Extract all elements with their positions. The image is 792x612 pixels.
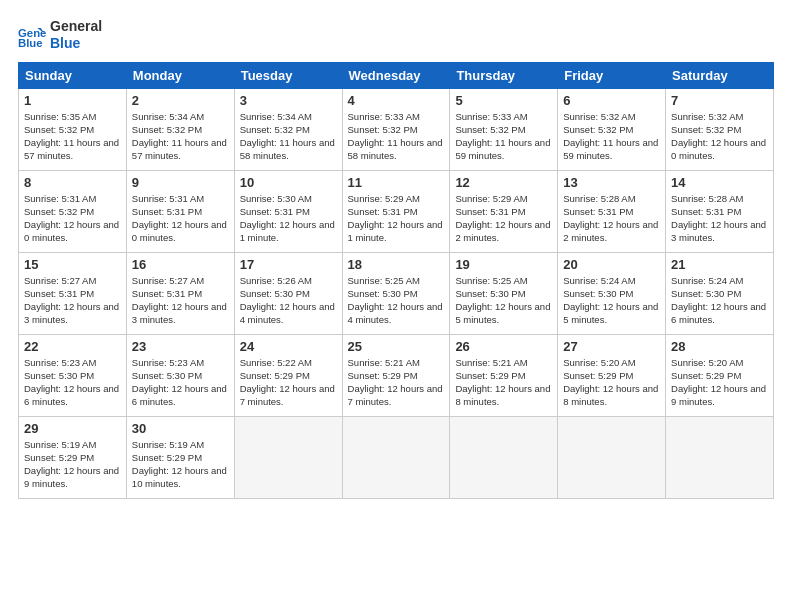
weekday-friday: Friday xyxy=(558,62,666,88)
cell-details: Sunrise: 5:32 AMSunset: 5:32 PMDaylight:… xyxy=(671,110,768,163)
calendar-cell xyxy=(234,416,342,498)
calendar-cell: 19Sunrise: 5:25 AMSunset: 5:30 PMDayligh… xyxy=(450,252,558,334)
cell-details: Sunrise: 5:20 AMSunset: 5:29 PMDaylight:… xyxy=(563,356,660,409)
cell-details: Sunrise: 5:28 AMSunset: 5:31 PMDaylight:… xyxy=(563,192,660,245)
calendar-cell xyxy=(342,416,450,498)
cell-details: Sunrise: 5:24 AMSunset: 5:30 PMDaylight:… xyxy=(671,274,768,327)
cell-details: Sunrise: 5:30 AMSunset: 5:31 PMDaylight:… xyxy=(240,192,337,245)
day-number: 15 xyxy=(24,257,121,272)
cell-details: Sunrise: 5:27 AMSunset: 5:31 PMDaylight:… xyxy=(24,274,121,327)
logo-icon: General Blue xyxy=(18,21,46,49)
cell-details: Sunrise: 5:33 AMSunset: 5:32 PMDaylight:… xyxy=(455,110,552,163)
day-number: 16 xyxy=(132,257,229,272)
calendar-cell: 2Sunrise: 5:34 AMSunset: 5:32 PMDaylight… xyxy=(126,88,234,170)
calendar-cell: 6Sunrise: 5:32 AMSunset: 5:32 PMDaylight… xyxy=(558,88,666,170)
day-number: 20 xyxy=(563,257,660,272)
calendar-cell: 8Sunrise: 5:31 AMSunset: 5:32 PMDaylight… xyxy=(19,170,127,252)
calendar-cell: 14Sunrise: 5:28 AMSunset: 5:31 PMDayligh… xyxy=(666,170,774,252)
calendar-cell: 4Sunrise: 5:33 AMSunset: 5:32 PMDaylight… xyxy=(342,88,450,170)
weekday-monday: Monday xyxy=(126,62,234,88)
day-number: 6 xyxy=(563,93,660,108)
calendar-cell: 7Sunrise: 5:32 AMSunset: 5:32 PMDaylight… xyxy=(666,88,774,170)
cell-details: Sunrise: 5:28 AMSunset: 5:31 PMDaylight:… xyxy=(671,192,768,245)
day-number: 11 xyxy=(348,175,445,190)
cell-details: Sunrise: 5:20 AMSunset: 5:29 PMDaylight:… xyxy=(671,356,768,409)
calendar-cell: 12Sunrise: 5:29 AMSunset: 5:31 PMDayligh… xyxy=(450,170,558,252)
day-number: 2 xyxy=(132,93,229,108)
calendar-cell: 24Sunrise: 5:22 AMSunset: 5:29 PMDayligh… xyxy=(234,334,342,416)
cell-details: Sunrise: 5:21 AMSunset: 5:29 PMDaylight:… xyxy=(455,356,552,409)
calendar-cell: 17Sunrise: 5:26 AMSunset: 5:30 PMDayligh… xyxy=(234,252,342,334)
day-number: 9 xyxy=(132,175,229,190)
day-number: 19 xyxy=(455,257,552,272)
day-number: 8 xyxy=(24,175,121,190)
day-number: 7 xyxy=(671,93,768,108)
week-row-3: 22Sunrise: 5:23 AMSunset: 5:30 PMDayligh… xyxy=(19,334,774,416)
weekday-header-row: SundayMondayTuesdayWednesdayThursdayFrid… xyxy=(19,62,774,88)
svg-text:Blue: Blue xyxy=(18,37,43,49)
day-number: 4 xyxy=(348,93,445,108)
page: General Blue General Blue SundayMondayTu… xyxy=(0,0,792,509)
calendar-cell: 3Sunrise: 5:34 AMSunset: 5:32 PMDaylight… xyxy=(234,88,342,170)
weekday-saturday: Saturday xyxy=(666,62,774,88)
cell-details: Sunrise: 5:32 AMSunset: 5:32 PMDaylight:… xyxy=(563,110,660,163)
day-number: 14 xyxy=(671,175,768,190)
week-row-1: 8Sunrise: 5:31 AMSunset: 5:32 PMDaylight… xyxy=(19,170,774,252)
cell-details: Sunrise: 5:21 AMSunset: 5:29 PMDaylight:… xyxy=(348,356,445,409)
calendar-cell: 30Sunrise: 5:19 AMSunset: 5:29 PMDayligh… xyxy=(126,416,234,498)
day-number: 3 xyxy=(240,93,337,108)
calendar-cell: 18Sunrise: 5:25 AMSunset: 5:30 PMDayligh… xyxy=(342,252,450,334)
calendar-cell: 27Sunrise: 5:20 AMSunset: 5:29 PMDayligh… xyxy=(558,334,666,416)
calendar-cell: 13Sunrise: 5:28 AMSunset: 5:31 PMDayligh… xyxy=(558,170,666,252)
cell-details: Sunrise: 5:27 AMSunset: 5:31 PMDaylight:… xyxy=(132,274,229,327)
cell-details: Sunrise: 5:29 AMSunset: 5:31 PMDaylight:… xyxy=(348,192,445,245)
day-number: 22 xyxy=(24,339,121,354)
weekday-sunday: Sunday xyxy=(19,62,127,88)
day-number: 29 xyxy=(24,421,121,436)
day-number: 12 xyxy=(455,175,552,190)
cell-details: Sunrise: 5:31 AMSunset: 5:31 PMDaylight:… xyxy=(132,192,229,245)
day-number: 18 xyxy=(348,257,445,272)
calendar-cell: 23Sunrise: 5:23 AMSunset: 5:30 PMDayligh… xyxy=(126,334,234,416)
weekday-thursday: Thursday xyxy=(450,62,558,88)
calendar-cell: 9Sunrise: 5:31 AMSunset: 5:31 PMDaylight… xyxy=(126,170,234,252)
day-number: 27 xyxy=(563,339,660,354)
day-number: 23 xyxy=(132,339,229,354)
cell-details: Sunrise: 5:25 AMSunset: 5:30 PMDaylight:… xyxy=(348,274,445,327)
cell-details: Sunrise: 5:33 AMSunset: 5:32 PMDaylight:… xyxy=(348,110,445,163)
cell-details: Sunrise: 5:22 AMSunset: 5:29 PMDaylight:… xyxy=(240,356,337,409)
week-row-0: 1Sunrise: 5:35 AMSunset: 5:32 PMDaylight… xyxy=(19,88,774,170)
cell-details: Sunrise: 5:35 AMSunset: 5:32 PMDaylight:… xyxy=(24,110,121,163)
calendar-cell: 10Sunrise: 5:30 AMSunset: 5:31 PMDayligh… xyxy=(234,170,342,252)
calendar-cell: 28Sunrise: 5:20 AMSunset: 5:29 PMDayligh… xyxy=(666,334,774,416)
week-row-4: 29Sunrise: 5:19 AMSunset: 5:29 PMDayligh… xyxy=(19,416,774,498)
logo-blue: Blue xyxy=(50,35,102,52)
calendar-cell xyxy=(450,416,558,498)
calendar-cell xyxy=(558,416,666,498)
cell-details: Sunrise: 5:24 AMSunset: 5:30 PMDaylight:… xyxy=(563,274,660,327)
day-number: 24 xyxy=(240,339,337,354)
header: General Blue General Blue xyxy=(18,18,774,52)
calendar-cell xyxy=(666,416,774,498)
calendar-cell: 20Sunrise: 5:24 AMSunset: 5:30 PMDayligh… xyxy=(558,252,666,334)
day-number: 17 xyxy=(240,257,337,272)
day-number: 1 xyxy=(24,93,121,108)
cell-details: Sunrise: 5:34 AMSunset: 5:32 PMDaylight:… xyxy=(240,110,337,163)
cell-details: Sunrise: 5:31 AMSunset: 5:32 PMDaylight:… xyxy=(24,192,121,245)
calendar-cell: 11Sunrise: 5:29 AMSunset: 5:31 PMDayligh… xyxy=(342,170,450,252)
calendar-cell: 5Sunrise: 5:33 AMSunset: 5:32 PMDaylight… xyxy=(450,88,558,170)
calendar-cell: 1Sunrise: 5:35 AMSunset: 5:32 PMDaylight… xyxy=(19,88,127,170)
cell-details: Sunrise: 5:23 AMSunset: 5:30 PMDaylight:… xyxy=(24,356,121,409)
calendar-table: SundayMondayTuesdayWednesdayThursdayFrid… xyxy=(18,62,774,499)
day-number: 5 xyxy=(455,93,552,108)
day-number: 28 xyxy=(671,339,768,354)
day-number: 21 xyxy=(671,257,768,272)
calendar-cell: 15Sunrise: 5:27 AMSunset: 5:31 PMDayligh… xyxy=(19,252,127,334)
cell-details: Sunrise: 5:19 AMSunset: 5:29 PMDaylight:… xyxy=(132,438,229,491)
cell-details: Sunrise: 5:23 AMSunset: 5:30 PMDaylight:… xyxy=(132,356,229,409)
cell-details: Sunrise: 5:25 AMSunset: 5:30 PMDaylight:… xyxy=(455,274,552,327)
week-row-2: 15Sunrise: 5:27 AMSunset: 5:31 PMDayligh… xyxy=(19,252,774,334)
cell-details: Sunrise: 5:19 AMSunset: 5:29 PMDaylight:… xyxy=(24,438,121,491)
weekday-tuesday: Tuesday xyxy=(234,62,342,88)
day-number: 26 xyxy=(455,339,552,354)
